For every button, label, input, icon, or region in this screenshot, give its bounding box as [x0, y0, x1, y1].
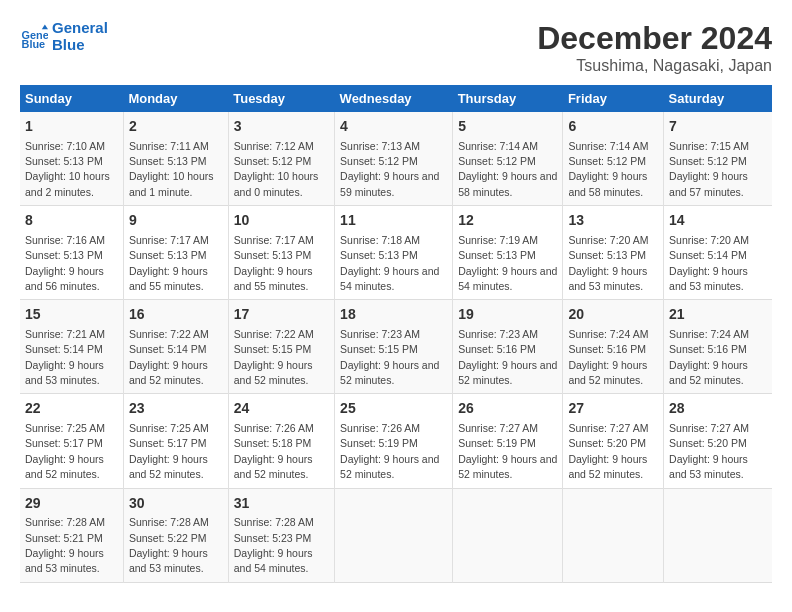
- sunrise-info: Sunrise: 7:19 AM: [458, 234, 538, 246]
- day-number: 26: [458, 399, 557, 419]
- sunrise-info: Sunrise: 7:28 AM: [129, 516, 209, 528]
- day-number: 12: [458, 211, 557, 231]
- sunrise-info: Sunrise: 7:22 AM: [129, 328, 209, 340]
- sunset-info: Sunset: 5:15 PM: [234, 343, 312, 355]
- sunrise-info: Sunrise: 7:26 AM: [234, 422, 314, 434]
- calendar-cell: 19 Sunrise: 7:23 AM Sunset: 5:16 PM Dayl…: [453, 300, 563, 394]
- calendar-cell: 11 Sunrise: 7:18 AM Sunset: 5:13 PM Dayl…: [335, 206, 453, 300]
- sunset-info: Sunset: 5:12 PM: [669, 155, 747, 167]
- sunset-info: Sunset: 5:19 PM: [340, 437, 418, 449]
- sunset-info: Sunset: 5:12 PM: [458, 155, 536, 167]
- daylight-info: Daylight: 9 hours and 59 minutes.: [340, 170, 439, 197]
- day-of-week-header: Tuesday: [228, 85, 334, 112]
- day-number: 4: [340, 117, 447, 137]
- day-number: 8: [25, 211, 118, 231]
- day-of-week-header: Thursday: [453, 85, 563, 112]
- sunrise-info: Sunrise: 7:14 AM: [568, 140, 648, 152]
- sunrise-info: Sunrise: 7:18 AM: [340, 234, 420, 246]
- day-number: 1: [25, 117, 118, 137]
- sunrise-info: Sunrise: 7:23 AM: [458, 328, 538, 340]
- sunset-info: Sunset: 5:12 PM: [568, 155, 646, 167]
- daylight-info: Daylight: 9 hours and 53 minutes.: [669, 265, 748, 292]
- sunset-info: Sunset: 5:14 PM: [25, 343, 103, 355]
- daylight-info: Daylight: 9 hours and 53 minutes.: [129, 547, 208, 574]
- sunrise-info: Sunrise: 7:26 AM: [340, 422, 420, 434]
- sunset-info: Sunset: 5:22 PM: [129, 532, 207, 544]
- daylight-info: Daylight: 9 hours and 56 minutes.: [25, 265, 104, 292]
- sunset-info: Sunset: 5:17 PM: [129, 437, 207, 449]
- sunset-info: Sunset: 5:13 PM: [340, 249, 418, 261]
- calendar-cell: [664, 488, 772, 582]
- sunset-info: Sunset: 5:21 PM: [25, 532, 103, 544]
- calendar-cell: 20 Sunrise: 7:24 AM Sunset: 5:16 PM Dayl…: [563, 300, 664, 394]
- calendar-cell: 26 Sunrise: 7:27 AM Sunset: 5:19 PM Dayl…: [453, 394, 563, 488]
- sunrise-info: Sunrise: 7:24 AM: [669, 328, 749, 340]
- sunrise-info: Sunrise: 7:27 AM: [568, 422, 648, 434]
- sunrise-info: Sunrise: 7:27 AM: [458, 422, 538, 434]
- calendar-cell: 3 Sunrise: 7:12 AM Sunset: 5:12 PM Dayli…: [228, 112, 334, 206]
- calendar-cell: 5 Sunrise: 7:14 AM Sunset: 5:12 PM Dayli…: [453, 112, 563, 206]
- day-number: 13: [568, 211, 658, 231]
- daylight-info: Daylight: 9 hours and 54 minutes.: [458, 265, 557, 292]
- sunrise-info: Sunrise: 7:28 AM: [25, 516, 105, 528]
- sunset-info: Sunset: 5:16 PM: [669, 343, 747, 355]
- daylight-info: Daylight: 9 hours and 55 minutes.: [234, 265, 313, 292]
- calendar-week-row: 8 Sunrise: 7:16 AM Sunset: 5:13 PM Dayli…: [20, 206, 772, 300]
- calendar-cell: 4 Sunrise: 7:13 AM Sunset: 5:12 PM Dayli…: [335, 112, 453, 206]
- day-number: 31: [234, 494, 329, 514]
- daylight-info: Daylight: 9 hours and 52 minutes.: [340, 453, 439, 480]
- calendar-cell: 8 Sunrise: 7:16 AM Sunset: 5:13 PM Dayli…: [20, 206, 123, 300]
- page-header: General Blue GeneralBlue December 2024 T…: [20, 20, 772, 75]
- sunset-info: Sunset: 5:23 PM: [234, 532, 312, 544]
- calendar-cell: 21 Sunrise: 7:24 AM Sunset: 5:16 PM Dayl…: [664, 300, 772, 394]
- calendar-week-row: 29 Sunrise: 7:28 AM Sunset: 5:21 PM Dayl…: [20, 488, 772, 582]
- sunset-info: Sunset: 5:13 PM: [458, 249, 536, 261]
- calendar-week-row: 15 Sunrise: 7:21 AM Sunset: 5:14 PM Dayl…: [20, 300, 772, 394]
- calendar-table: SundayMondayTuesdayWednesdayThursdayFrid…: [20, 85, 772, 583]
- calendar-cell: 30 Sunrise: 7:28 AM Sunset: 5:22 PM Dayl…: [123, 488, 228, 582]
- day-number: 5: [458, 117, 557, 137]
- calendar-cell: 31 Sunrise: 7:28 AM Sunset: 5:23 PM Dayl…: [228, 488, 334, 582]
- sunrise-info: Sunrise: 7:17 AM: [129, 234, 209, 246]
- sunset-info: Sunset: 5:13 PM: [25, 155, 103, 167]
- daylight-info: Daylight: 9 hours and 52 minutes.: [129, 453, 208, 480]
- daylight-info: Daylight: 9 hours and 52 minutes.: [568, 453, 647, 480]
- day-number: 24: [234, 399, 329, 419]
- daylight-info: Daylight: 9 hours and 52 minutes.: [458, 453, 557, 480]
- daylight-info: Daylight: 9 hours and 52 minutes.: [129, 359, 208, 386]
- sunrise-info: Sunrise: 7:17 AM: [234, 234, 314, 246]
- sunset-info: Sunset: 5:12 PM: [340, 155, 418, 167]
- day-of-week-header: Saturday: [664, 85, 772, 112]
- sunrise-info: Sunrise: 7:22 AM: [234, 328, 314, 340]
- daylight-info: Daylight: 9 hours and 54 minutes.: [234, 547, 313, 574]
- sunrise-info: Sunrise: 7:25 AM: [129, 422, 209, 434]
- calendar-cell: 2 Sunrise: 7:11 AM Sunset: 5:13 PM Dayli…: [123, 112, 228, 206]
- sunrise-info: Sunrise: 7:20 AM: [669, 234, 749, 246]
- sunrise-info: Sunrise: 7:20 AM: [568, 234, 648, 246]
- daylight-info: Daylight: 9 hours and 58 minutes.: [458, 170, 557, 197]
- daylight-info: Daylight: 9 hours and 53 minutes.: [25, 547, 104, 574]
- sunrise-info: Sunrise: 7:12 AM: [234, 140, 314, 152]
- calendar-cell: 22 Sunrise: 7:25 AM Sunset: 5:17 PM Dayl…: [20, 394, 123, 488]
- calendar-cell: 7 Sunrise: 7:15 AM Sunset: 5:12 PM Dayli…: [664, 112, 772, 206]
- calendar-week-row: 22 Sunrise: 7:25 AM Sunset: 5:17 PM Dayl…: [20, 394, 772, 488]
- sunset-info: Sunset: 5:14 PM: [129, 343, 207, 355]
- sunrise-info: Sunrise: 7:25 AM: [25, 422, 105, 434]
- calendar-subtitle: Tsushima, Nagasaki, Japan: [537, 57, 772, 75]
- day-number: 29: [25, 494, 118, 514]
- day-number: 23: [129, 399, 223, 419]
- day-number: 2: [129, 117, 223, 137]
- calendar-cell: 6 Sunrise: 7:14 AM Sunset: 5:12 PM Dayli…: [563, 112, 664, 206]
- sunrise-info: Sunrise: 7:16 AM: [25, 234, 105, 246]
- daylight-info: Daylight: 9 hours and 58 minutes.: [568, 170, 647, 197]
- calendar-cell: 1 Sunrise: 7:10 AM Sunset: 5:13 PM Dayli…: [20, 112, 123, 206]
- calendar-cell: 24 Sunrise: 7:26 AM Sunset: 5:18 PM Dayl…: [228, 394, 334, 488]
- sunset-info: Sunset: 5:12 PM: [234, 155, 312, 167]
- daylight-info: Daylight: 9 hours and 52 minutes.: [234, 359, 313, 386]
- day-of-week-header: Friday: [563, 85, 664, 112]
- sunset-info: Sunset: 5:20 PM: [669, 437, 747, 449]
- daylight-info: Daylight: 9 hours and 52 minutes.: [669, 359, 748, 386]
- daylight-info: Daylight: 10 hours and 2 minutes.: [25, 170, 110, 197]
- daylight-info: Daylight: 9 hours and 52 minutes.: [25, 453, 104, 480]
- daylight-info: Daylight: 9 hours and 55 minutes.: [129, 265, 208, 292]
